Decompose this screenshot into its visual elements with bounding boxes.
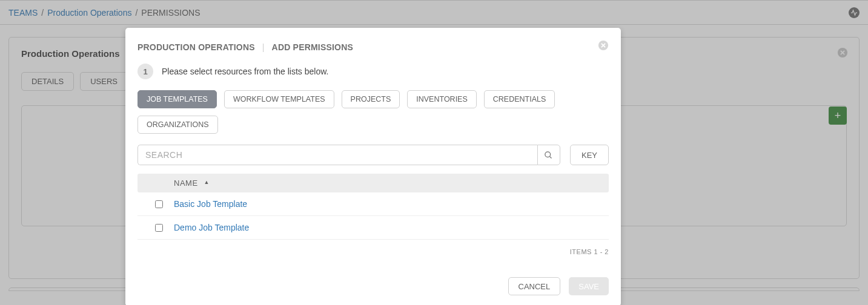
pill-projects[interactable]: PROJECTS <box>342 90 400 108</box>
modal-title-right: ADD PERMISSIONS <box>272 42 353 52</box>
close-icon[interactable] <box>598 40 609 54</box>
pill-organizations[interactable]: ORGANIZATIONS <box>137 116 218 134</box>
modal-title-left: PRODUCTION OPERATIONS <box>137 42 255 52</box>
resource-link[interactable]: Demo Job Template <box>174 223 249 232</box>
pill-inventories[interactable]: INVENTORIES <box>407 90 477 108</box>
search-button[interactable] <box>537 145 560 165</box>
modal-title-divider: | <box>262 42 265 52</box>
resource-link[interactable]: Basic Job Template <box>174 199 247 209</box>
pill-job-templates[interactable]: JOB TEMPLATES <box>137 90 217 108</box>
sort-asc-icon: ▲ <box>204 179 210 185</box>
pill-credentials[interactable]: CREDENTIALS <box>484 90 555 108</box>
table-row: Basic Job Template <box>137 192 609 216</box>
search-input[interactable] <box>137 145 537 165</box>
cancel-button[interactable]: CANCEL <box>508 277 561 295</box>
column-name: NAME <box>174 179 198 188</box>
svg-point-2 <box>545 151 551 157</box>
row-checkbox[interactable] <box>155 224 163 232</box>
table-row: Demo Job Template <box>137 216 609 240</box>
key-button[interactable]: KEY <box>570 145 609 165</box>
step-badge: 1 <box>137 64 153 79</box>
row-checkbox[interactable] <box>155 200 163 208</box>
table-header[interactable]: NAME ▲ <box>137 174 609 192</box>
item-count: ITEMS 1 - 2 <box>137 248 609 255</box>
save-button[interactable]: SAVE <box>569 277 609 295</box>
svg-line-3 <box>550 156 552 158</box>
add-permissions-modal: PRODUCTION OPERATIONS | ADD PERMISSIONS … <box>125 28 621 305</box>
pill-workflow-templates[interactable]: WORKFLOW TEMPLATES <box>224 90 334 108</box>
step-instruction: Please select resources from the lists b… <box>162 67 328 76</box>
